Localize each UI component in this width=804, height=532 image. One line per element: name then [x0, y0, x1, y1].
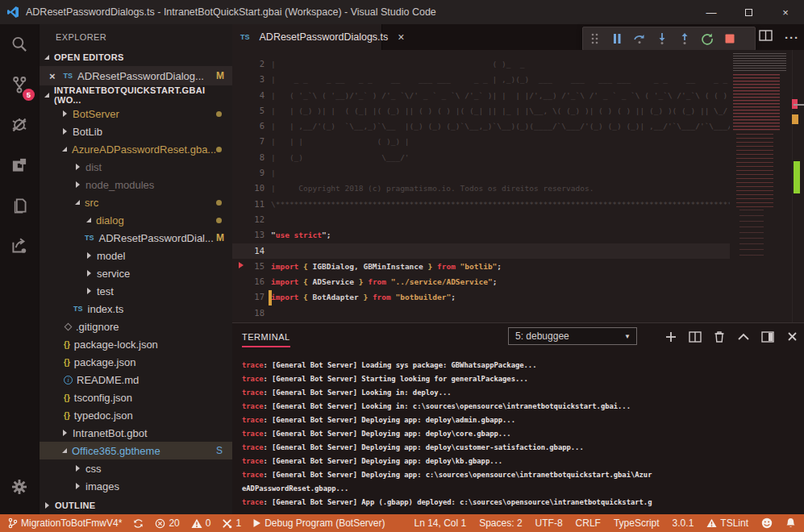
stop-button[interactable]: [719, 27, 741, 50]
cursor-position-item[interactable]: Ln 14, Col 1: [414, 517, 466, 529]
file-tree: BotServerBotLibAzureADPasswordReset.gba.…: [40, 105, 232, 495]
split-editor-icon[interactable]: [759, 29, 773, 45]
settings-gear-icon[interactable]: [0, 471, 39, 503]
tree-item[interactable]: iREADME.md: [40, 371, 232, 389]
typescript-file-icon: TS: [73, 305, 83, 313]
new-terminal-icon[interactable]: [659, 326, 683, 347]
info-file-icon: i: [64, 376, 73, 384]
tree-item[interactable]: TSADResetPasswordDial...M: [40, 229, 232, 247]
extensions-icon[interactable]: [0, 145, 39, 185]
tree-item[interactable]: images: [40, 477, 232, 495]
language-item[interactable]: TypeScript: [614, 517, 660, 529]
warnings-item[interactable]: 0: [191, 517, 211, 529]
feedback-smiley-item[interactable]: [761, 517, 773, 529]
drag-handle-icon[interactable]: [583, 27, 606, 50]
tab-adresetpassworddialogs[interactable]: TS ADResetPasswordDialogs.ts ×: [232, 24, 382, 50]
terminal-line: trace: [General Bot Server] App (.gbapp)…: [242, 496, 798, 509]
tree-item[interactable]: AzureADPasswordReset.gba...: [40, 140, 232, 158]
split-terminal-icon[interactable]: [683, 326, 707, 347]
tslint-item[interactable]: TSLint: [706, 517, 748, 529]
share-icon[interactable]: [0, 226, 39, 266]
restart-button[interactable]: [696, 27, 719, 50]
indentation-item[interactable]: Spaces: 2: [479, 517, 522, 529]
tree-item[interactable]: {}typedoc.json: [40, 406, 232, 424]
editor-area: TS ADResetPasswordDialogs.ts × ···: [232, 24, 804, 514]
code-editor[interactable]: 2| ( )_ _3| _ _ _ __ _ _ __ ___ ___ _ _ …: [232, 50, 804, 322]
terminal-output[interactable]: trace: [General Bot Server] Loading sys …: [242, 359, 798, 509]
terminal-line: trace: [General Bot Server] Loading sys …: [242, 359, 798, 372]
errors-item[interactable]: 20: [155, 517, 179, 529]
minimize-button[interactable]: —: [693, 0, 730, 24]
close-panel-icon[interactable]: [780, 326, 804, 347]
notifications-bell-item[interactable]: [785, 517, 796, 529]
error-icon: [155, 518, 165, 529]
tree-item[interactable]: {}tsconfig.json: [40, 389, 232, 406]
toggle-panel-icon[interactable]: [756, 326, 780, 347]
search-icon[interactable]: [0, 24, 39, 64]
modified-dot: [216, 147, 222, 152]
chevron-collapsed-icon: [87, 252, 91, 259]
step-into-button[interactable]: [651, 27, 673, 50]
version-item[interactable]: 3.0.1: [673, 517, 694, 529]
debug-icon[interactable]: [0, 105, 39, 145]
tasks-item[interactable]: 1: [222, 517, 241, 529]
maximize-button[interactable]: [730, 0, 767, 24]
git-branch-item[interactable]: MigrationToBotFmwV4*: [8, 517, 122, 529]
maximize-panel-icon[interactable]: [731, 326, 756, 347]
open-editors-header[interactable]: OPEN EDITORS: [40, 48, 232, 66]
debug-status-item[interactable]: Debug Program (BotServer): [252, 517, 385, 529]
tree-item[interactable]: model: [40, 247, 232, 264]
minimap[interactable]: [730, 50, 792, 322]
step-out-button[interactable]: [673, 27, 696, 50]
tree-item[interactable]: .gitignore: [40, 318, 232, 335]
code-line: 17import { BotAdapter } from "botbuilder…: [232, 289, 730, 305]
tree-item[interactable]: test: [40, 282, 232, 300]
code-line: 9|: [232, 165, 730, 181]
sync-item[interactable]: [133, 518, 144, 529]
ruler-change-marker: [794, 161, 800, 193]
tree-item-label: package.json: [74, 356, 136, 368]
tree-item-label: .gitignore: [76, 321, 119, 333]
tree-item[interactable]: IntranetBot.gbot: [40, 424, 232, 442]
terminal-line: eADPasswordReset.gbapp...: [242, 482, 798, 496]
tree-item[interactable]: src: [40, 193, 232, 211]
close-button[interactable]: ×: [767, 0, 804, 24]
terminal-selector-dropdown[interactable]: 5: debuggee ▼: [508, 327, 637, 345]
more-actions-icon[interactable]: ···: [785, 31, 799, 44]
encoding-item[interactable]: UTF-8: [535, 517, 563, 529]
typescript-file-icon: TS: [240, 33, 250, 41]
chevron-expanded-icon: [62, 448, 67, 453]
tree-item[interactable]: node_modules: [40, 176, 232, 193]
chevron-collapsed-icon: [63, 128, 67, 135]
kill-terminal-icon[interactable]: [707, 326, 731, 347]
eol-item[interactable]: CRLF: [576, 517, 601, 529]
outline-header[interactable]: OUTLINE: [40, 497, 233, 514]
source-control-icon[interactable]: 5: [0, 64, 39, 105]
tree-item[interactable]: BotServer: [40, 105, 232, 123]
tree-item[interactable]: {}package-lock.json: [40, 335, 232, 353]
tab-close-icon[interactable]: ×: [398, 31, 404, 44]
tree-item[interactable]: {}package.json: [40, 353, 232, 371]
terminal-tab[interactable]: TERMINAL: [242, 323, 290, 350]
tree-item-label: Office365.gbtheme: [72, 445, 160, 457]
tree-item[interactable]: dialog: [40, 211, 232, 229]
pages-icon[interactable]: [0, 185, 39, 226]
code-line: 16import { ADService } from "../service/…: [232, 274, 730, 289]
workspace-header[interactable]: INTRANETBOTQUICKSTART.GBAI (WO...: [40, 85, 232, 105]
tree-item[interactable]: Office365.gbthemeS: [40, 442, 232, 459]
step-over-button[interactable]: [628, 27, 651, 50]
code-line: 12: [232, 212, 730, 227]
tree-item-label: README.md: [77, 374, 139, 386]
tree-item[interactable]: BotLib: [40, 123, 232, 140]
terminal-line: trace: [General Bot Server] Deploying ap…: [242, 414, 798, 427]
code-line: 6| | ,__/'(_) `\__,_)`\__ |(_) (_) (_)`\…: [232, 118, 730, 134]
chevron-collapsed-icon: [76, 181, 80, 188]
tree-item[interactable]: dist: [40, 158, 232, 176]
tree-item[interactable]: service: [40, 264, 232, 282]
tree-item[interactable]: css: [40, 459, 232, 477]
chevron-expanded-icon: [44, 55, 49, 60]
close-editor-icon[interactable]: ×: [49, 70, 56, 82]
open-editor-item[interactable]: × TS ADResetPasswordDialog... M: [40, 66, 232, 85]
tree-item[interactable]: TSindex.ts: [40, 300, 232, 318]
pause-button[interactable]: [606, 27, 628, 50]
